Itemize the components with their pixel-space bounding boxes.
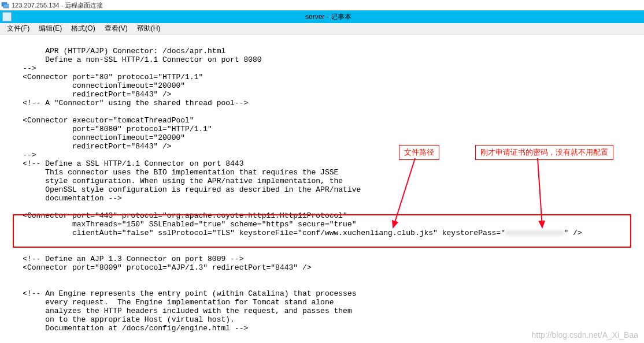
- code-line: [5, 107, 23, 116]
- notepad-title: server - 记事本: [15, 12, 642, 22]
- code-line: APR (HTTP/AJP) Connector: /docs/apr.html: [5, 47, 225, 55]
- code-line: connectionTimeout="20000": [5, 133, 185, 142]
- svg-rect-1: [3, 4, 9, 8]
- code-line: style configuration. When using the APR/…: [5, 177, 343, 185]
- code-line: analyzes the HTTP headers included with …: [5, 307, 352, 315]
- code-line: <Connector port="8009" protocol="AJP/1.3…: [5, 263, 312, 272]
- code-line: <Connector executor="tomcatThreadPool": [5, 116, 194, 125]
- editor-content[interactable]: APR (HTTP/AJP) Connector: /docs/apr.html…: [0, 35, 644, 336]
- code-line: Define a non-SSL HTTP/1.1 Connector on p…: [5, 55, 262, 64]
- code-line: <Connector port="80" protocol="HTTP/1.1": [5, 73, 203, 81]
- code-line: <!-- An Engine represents the entry poin…: [5, 289, 357, 298]
- rdp-icon: [1, 1, 9, 9]
- menu-file[interactable]: 文件(F): [2, 23, 34, 35]
- code-line: <!-- Define a SSL HTTP/1.1 Connector on …: [5, 159, 243, 168]
- annotation-filepath: 文件路径: [399, 145, 439, 160]
- code-line: OpenSSL style configuration is required …: [5, 185, 361, 194]
- code-line: port="8080" protocol="HTTP/1.1": [5, 125, 212, 133]
- code-line: -->: [5, 64, 36, 73]
- code-line: Documentation at /docs/config/engine.htm…: [5, 324, 248, 333]
- rdp-title: 123.207.255.134 - 远程桌面连接: [12, 1, 103, 10]
- code-line: <!-- A "Connector" using the shared thre…: [5, 99, 248, 107]
- menu-view[interactable]: 查看(V): [100, 23, 132, 35]
- notepad-titlebar: server - 记事本: [0, 10, 644, 23]
- menu-help[interactable]: 帮助(H): [132, 23, 165, 35]
- rdp-titlebar: 123.207.255.134 - 远程桌面连接: [0, 0, 644, 10]
- menubar: 文件(F) 编辑(E) 格式(O) 查看(V) 帮助(H): [0, 23, 644, 35]
- code-line: [5, 203, 18, 211]
- code-line: redirectPort="8443" />: [5, 142, 172, 151]
- watermark: http://blog.csdn.net/A_Xi_Baa: [532, 330, 638, 340]
- notepad-icon: [2, 12, 12, 21]
- code-line: redirectPort="8443" />: [5, 90, 172, 99]
- code-line: This connector uses the BIO implementati…: [5, 168, 338, 177]
- code-line: on to the appropriate Host (virtual host…: [5, 315, 235, 324]
- menu-format[interactable]: 格式(O): [66, 23, 99, 35]
- menu-edit[interactable]: 编辑(E): [34, 23, 66, 35]
- code-line: <!-- Define an AJP 1.3 Connector on port…: [5, 255, 243, 263]
- highlight-ssl-connector: [13, 214, 631, 248]
- code-line: every request. The Engine implementation…: [5, 298, 334, 307]
- code-line: -->: [5, 151, 36, 159]
- code-line: documentation -->: [5, 194, 122, 203]
- code-line: connectionTimeout="20000": [5, 81, 185, 90]
- annotation-password: 刚才申请证书的密码，没有就不用配置: [475, 145, 613, 160]
